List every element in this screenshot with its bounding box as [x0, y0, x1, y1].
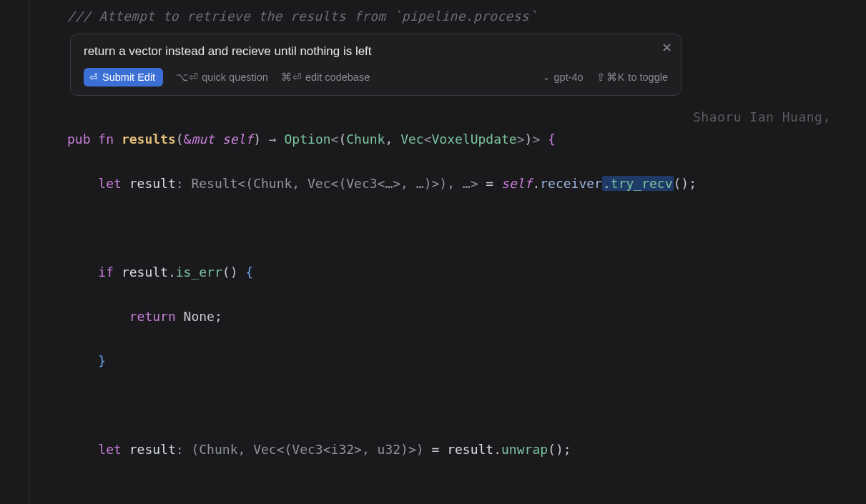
git-blame-annotation: Shaoru Ian Huang,	[693, 106, 831, 128]
toggle-hint: ⇧⌘K to toggle	[596, 71, 668, 83]
code-block[interactable]: Shaoru Ian Huang,pub fn results(&mut sel…	[67, 106, 866, 504]
model-name: gpt-4o	[554, 71, 584, 83]
close-icon[interactable]: ✕	[661, 41, 672, 54]
prompt-action-bar: ⏎ Submit Edit ⌥⏎ quick question ⌘⏎ edit …	[84, 68, 668, 87]
quick-question-keys: ⌥⏎	[176, 71, 199, 83]
quick-question-hint[interactable]: ⌥⏎ quick question	[176, 71, 268, 83]
enter-icon: ⏎	[89, 71, 98, 83]
toggle-label: to toggle	[628, 71, 668, 83]
code-line[interactable]	[67, 483, 866, 504]
toggle-keys: ⇧⌘K	[596, 71, 626, 83]
edit-codebase-hint[interactable]: ⌘⏎ edit codebase	[281, 71, 370, 83]
code-line[interactable]: let result: (Chunk, Vec<(Vec3<i32>, u32)…	[67, 438, 866, 460]
submit-edit-label: Submit Edit	[102, 71, 155, 83]
model-picker[interactable]: ⌄ gpt-4o	[543, 71, 584, 83]
edit-codebase-keys: ⌘⏎	[281, 71, 302, 83]
code-line[interactable]	[67, 394, 866, 416]
code-line[interactable]: Shaoru Ian Huang,pub fn results(&mut sel…	[67, 128, 866, 150]
gutter-divider	[29, 0, 29, 504]
code-line[interactable]: let result: Result<(Chunk, Vec<(Vec3<…>,…	[67, 172, 866, 194]
chevron-down-icon: ⌄	[543, 72, 550, 82]
code-line[interactable]: }	[67, 350, 866, 372]
edit-codebase-label: edit codebase	[305, 71, 370, 83]
code-line[interactable]	[67, 217, 866, 239]
code-line[interactable]: return None;	[67, 305, 866, 327]
code-line[interactable]: if result.is_err() {	[67, 261, 866, 283]
prompt-input[interactable]: return a vector instead and recieve unti…	[84, 44, 668, 59]
ai-edit-prompt-panel: ✕ return a vector instead and recieve un…	[70, 34, 682, 96]
code-editor[interactable]: /// Attempt to retrieve the results from…	[0, 0, 866, 504]
doc-comment-line: /// Attempt to retrieve the results from…	[67, 9, 866, 24]
quick-question-label: quick question	[202, 71, 268, 83]
submit-edit-button[interactable]: ⏎ Submit Edit	[84, 68, 163, 87]
